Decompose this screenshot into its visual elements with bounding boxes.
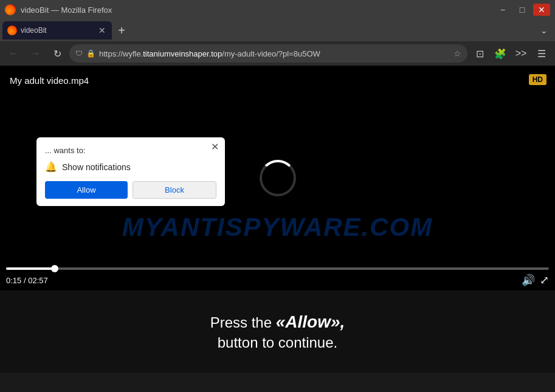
lock-icon: 🔒 xyxy=(86,49,95,58)
back-button[interactable]: ← xyxy=(4,44,23,63)
extensions-button[interactable]: 🧩 xyxy=(491,44,510,63)
volume-icon[interactable]: 🔊 xyxy=(522,273,535,287)
allow-button[interactable]: Allow xyxy=(45,181,128,199)
controls-row: 0:15 / 02:57 🔊 ⤢ xyxy=(6,273,549,287)
nav-bar: ← → ↻ 🛡 🔒 https://wyfle.titaniumveinshap… xyxy=(0,41,555,66)
tab-bar: videoBit ✕ + ⌄ xyxy=(0,19,555,41)
popup-permission-row: 🔔 Show notifications xyxy=(45,161,216,173)
reload-button[interactable]: ↻ xyxy=(47,44,67,63)
progress-thumb xyxy=(51,265,58,272)
url-text: https://wyfle.titaniumveinshaper.top/my-… xyxy=(99,49,450,58)
bell-icon: 🔔 xyxy=(45,161,57,173)
collections-button[interactable]: ⊡ xyxy=(470,44,489,63)
tab-title: videoBit xyxy=(21,26,94,35)
permission-text: Show notifications xyxy=(62,162,131,172)
progress-bar[interactable] xyxy=(6,267,549,270)
progress-fill xyxy=(6,267,55,270)
window-controls: − □ ✕ xyxy=(494,4,550,16)
time-current: 0:15 xyxy=(6,276,21,285)
url-path: /my-adult-video/?pl=8u5OW xyxy=(222,49,320,58)
title-bar: videoBit — Mozilla Firefox − □ ✕ xyxy=(0,0,555,19)
block-button[interactable]: Block xyxy=(133,181,216,199)
allow-bold-text: «Allow», xyxy=(276,312,345,331)
hd-badge: HD xyxy=(529,74,546,85)
time-display: 0:15 / 02:57 xyxy=(6,276,48,285)
security-shield-icon: 🛡 xyxy=(75,49,83,58)
continue-text: button to continue. xyxy=(218,334,337,351)
url-domain: titaniumveinshaper.top xyxy=(143,49,222,58)
notification-popup: ✕ ... wants to: 🔔 Show notifications All… xyxy=(36,137,225,206)
popup-wants-text: ... wants to: xyxy=(45,146,216,155)
bottom-area: Press the «Allow», button to continue. xyxy=(0,291,555,373)
menu-button[interactable]: ☰ xyxy=(532,44,551,63)
video-player: My adult video.mp4 HD MYANTISPYWARE.COM … xyxy=(0,66,555,291)
fullscreen-icon[interactable]: ⤢ xyxy=(540,273,549,287)
press-prefix: Press the xyxy=(210,314,276,331)
time-total: 02:57 xyxy=(28,276,48,285)
new-tab-button[interactable]: + xyxy=(113,22,130,39)
url-prefix: https://wyfle. xyxy=(99,49,143,58)
url-bar[interactable]: 🛡 🔒 https://wyfle.titaniumveinshaper.top… xyxy=(69,44,467,63)
firefox-icon xyxy=(5,4,16,15)
nav-right-buttons: ⊡ 🧩 >> ☰ xyxy=(470,44,551,63)
tab-expand-button[interactable]: ⌄ xyxy=(536,22,553,39)
video-controls: 0:15 / 02:57 🔊 ⤢ xyxy=(0,264,555,291)
close-button[interactable]: ✕ xyxy=(533,4,550,16)
active-tab[interactable]: videoBit ✕ xyxy=(2,21,112,40)
video-title: My adult video.mp4 xyxy=(10,75,89,86)
control-icons: 🔊 ⤢ xyxy=(522,273,549,287)
tab-close-button[interactable]: ✕ xyxy=(97,24,107,36)
browser-window: videoBit — Mozilla Firefox − □ ✕ videoBi… xyxy=(0,0,555,373)
bookmark-star-icon[interactable]: ☆ xyxy=(453,49,461,58)
popup-buttons: Allow Block xyxy=(45,181,216,199)
overflow-button[interactable]: >> xyxy=(511,44,531,63)
watermark: MYANTISPYWARE.COM xyxy=(122,213,433,242)
loading-spinner xyxy=(260,160,296,196)
tab-favicon xyxy=(7,26,17,35)
forward-button[interactable]: → xyxy=(26,44,45,63)
popup-close-button[interactable]: ✕ xyxy=(211,142,219,152)
press-allow-text: Press the «Allow», xyxy=(210,312,345,332)
minimize-button[interactable]: − xyxy=(494,4,511,16)
window-title: videoBit — Mozilla Firefox xyxy=(21,5,112,15)
maximize-button[interactable]: □ xyxy=(514,4,531,16)
